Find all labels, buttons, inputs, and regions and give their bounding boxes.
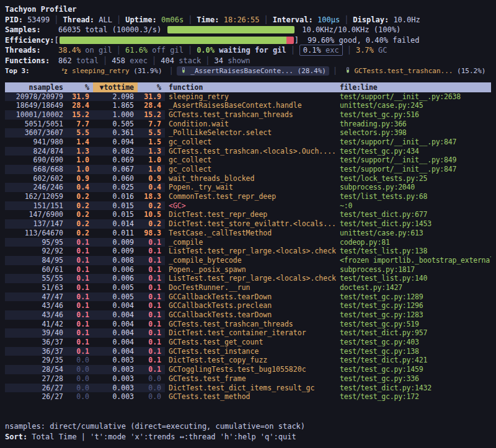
cell-cumulative-pct: 18.3 xyxy=(138,192,165,201)
table-row[interactable]: 113/646700.20.01198.3TestCase._callTestM… xyxy=(5,229,491,238)
table-row[interactable]: 92/920.10.0090.1ListTest.test_repr_large… xyxy=(5,247,491,256)
samples-rate: (10000.3/s) xyxy=(112,25,161,34)
cell-tottime: 0.025 xyxy=(93,183,138,192)
table-row[interactable]: 147/69000.20.01510.5DictTest.test_repr_d… xyxy=(5,210,491,219)
column-header-direct-pct[interactable]: % xyxy=(67,82,93,92)
threads-separator: │ xyxy=(343,46,356,55)
cell-cumulative-pct: 1.3 xyxy=(138,147,165,156)
table-row[interactable]: 28/540.00.0030.1GCTogglingTests.test_bug… xyxy=(5,365,491,374)
cell-nsamples: 43/46 xyxy=(5,310,67,320)
cell-function: DictTest.test_container_iterator xyxy=(165,328,337,338)
table-row[interactable]: 29/350.00.0030.1DictTest.test_copy_fuzzt… xyxy=(5,356,491,365)
cell-tottime: 0.014 xyxy=(93,219,138,229)
top3-item[interactable]: zZsleeping_retry (31.9%) xyxy=(58,66,166,76)
cell-nsamples: 29/35 xyxy=(5,356,67,365)
cell-cumulative-pct: 0.4 xyxy=(138,183,165,192)
cell-direct-pct: 0.1 xyxy=(67,347,93,356)
cell-function: _AssertRaisesBaseContext.handle xyxy=(165,101,337,110)
table-row[interactable]: 668/6681.00.0671.0gc_collecttest/support… xyxy=(5,165,491,174)
cell-nsamples: 92/92 xyxy=(5,247,67,256)
table-row[interactable]: 18649/1864928.41.86528.4_AssertRaisesBas… xyxy=(5,101,491,110)
cell-fileline: ~:0 xyxy=(337,201,491,211)
thread-stat-unit: on gil xyxy=(85,46,112,55)
cell-tottime: 2.098 xyxy=(93,92,138,102)
top3-percentage: (28.4%) xyxy=(298,67,326,75)
test-tube-icon xyxy=(180,67,187,74)
stat-separator: │ xyxy=(112,15,125,24)
cell-cumulative-pct: 0.1 xyxy=(138,310,165,320)
table-row[interactable]: 26/270.00.0030.0GCTests.test_methodtest/… xyxy=(5,392,491,402)
table-row[interactable]: 27/280.00.0030.0GCTests.test_frametest/t… xyxy=(5,374,491,384)
table-row[interactable]: 43/460.10.0040.1GCCallbackTests.tearDown… xyxy=(5,310,491,320)
cell-nsamples: 151/151 xyxy=(5,201,67,211)
thread-stat: 61.6% off gil xyxy=(125,46,184,55)
table-row[interactable]: 246/2460.40.0250.4Popen._try_waitsubproc… xyxy=(5,183,491,192)
cell-direct-pct: 0.0 xyxy=(67,374,93,384)
functions-separator: │ xyxy=(148,56,161,65)
cell-function: ListTest.test_repr_large.<locals>.check xyxy=(165,247,337,256)
sort-gap xyxy=(27,432,32,442)
column-header-tottime[interactable]: ▼tottime xyxy=(93,82,138,92)
cell-fileline: doctest.py:1427 xyxy=(337,283,491,292)
table-row[interactable]: 10001/1000215.21.00015.2GCTests.test_tra… xyxy=(5,110,491,120)
column-header-cumulative-pct[interactable]: % xyxy=(138,82,165,92)
cell-tottime: 0.082 xyxy=(93,147,138,156)
threads-separator: │ xyxy=(286,46,299,55)
table-row[interactable]: 151/1510.20.0150.2<GC>~:0 xyxy=(5,201,491,211)
cell-direct-pct: 0.1 xyxy=(67,310,93,320)
column-header-nsamples[interactable]: nsamples xyxy=(5,82,67,92)
table-row[interactable]: 824/8741.30.0821.3GCTests.test_trashcan.… xyxy=(5,147,491,156)
cell-fileline: test/test_gc.py:1283 xyxy=(337,310,491,320)
column-header-fileline[interactable]: file:line xyxy=(337,82,491,92)
cell-fileline: test/support/__init__.py:849 xyxy=(337,156,491,165)
cell-function: DictTest.test_dict_items_result_gc xyxy=(165,384,337,393)
app-title: Tachyon Profiler xyxy=(5,5,77,14)
table-row[interactable]: 55/550.10.0060.1ListTest.test_repr_large… xyxy=(5,274,491,283)
cell-tottime: 0.094 xyxy=(93,138,138,147)
cell-fileline: test/test_gc.py:1289 xyxy=(337,292,491,302)
cell-fileline: test/test_gc.py:336 xyxy=(337,374,491,384)
functions-stat-unit: shown xyxy=(228,56,250,65)
thread-stat: 38.4% on gil xyxy=(58,46,112,55)
cell-function: _compile xyxy=(165,238,337,247)
table-row[interactable]: 3607/36075.50.3615.5_PollLikeSelector.se… xyxy=(5,128,491,138)
top3-function-name: _AssertRaisesBaseConte... xyxy=(190,67,297,75)
cell-fileline: threading.py:366 xyxy=(337,120,491,129)
table-row[interactable]: 36/370.10.0040.1GCTests.test_instancetes… xyxy=(5,347,491,356)
cell-tottime: 0.067 xyxy=(93,165,138,174)
table-row[interactable]: 137/1470.20.0140.2DictTest.test_store_ev… xyxy=(5,219,491,229)
top3-function-name: GCTests.test_trashcan... xyxy=(355,67,458,75)
cell-direct-pct: 0.2 xyxy=(67,210,93,219)
top3-item[interactable]: GCTests.test_trashcan... (15.2%) xyxy=(341,66,489,76)
cell-function: Popen._try_wait xyxy=(165,183,337,192)
cell-function: sleeping_retry xyxy=(165,92,337,102)
table-row[interactable]: 60/610.10.0060.1Popen._posix_spawnsubpro… xyxy=(5,265,491,275)
cell-tottime: 0.004 xyxy=(93,338,138,347)
stats-line: PID: 53499│Thread: ALL│Uptime: 0m06s│Tim… xyxy=(5,15,491,25)
table-row[interactable]: 36/370.10.0040.1GCTests.test_get_countte… xyxy=(5,338,491,347)
cell-fileline: codeop.py:81 xyxy=(337,238,491,247)
table-row[interactable]: 5051/50517.70.5057.7Condition.waitthread… xyxy=(5,120,491,129)
top3-item[interactable]: _AssertRaisesBaseConte... (28.4%) xyxy=(177,66,329,76)
table-row[interactable]: 41/420.10.0040.1GCTests.test_trashcan_th… xyxy=(5,320,491,329)
table-row[interactable]: 39/400.10.0040.1DictTest.test_container_… xyxy=(5,328,491,338)
table-row[interactable]: 602/6020.90.0600.9wait_threads_blockedte… xyxy=(5,174,491,183)
column-header-function[interactable]: function xyxy=(165,82,337,92)
test-tube-icon xyxy=(344,67,352,74)
cell-nsamples: 137/147 xyxy=(5,219,67,229)
table-row[interactable]: 162/120590.20.01618.3CommonTest.test_rep… xyxy=(5,192,491,201)
cell-nsamples: 84/95 xyxy=(5,256,67,265)
table-row[interactable]: 26/270.00.0030.0DictTest.test_dict_items… xyxy=(5,384,491,393)
table-row[interactable]: 43/460.10.0040.1GCCallbackTests.preclean… xyxy=(5,301,491,310)
table-row[interactable]: 84/950.10.0080.1_compile_bytecode<frozen… xyxy=(5,256,491,265)
cell-cumulative-pct: 0.1 xyxy=(138,347,165,356)
cell-nsamples: 113/64670 xyxy=(5,229,67,238)
table-row[interactable]: 51/630.10.0050.1DocTestRunner.__rundocte… xyxy=(5,283,491,292)
table-row[interactable]: 95/950.10.0090.1_compilecodeop.py:81 xyxy=(5,238,491,247)
table-row[interactable]: 20978/2097931.92.09831.9sleeping_retryte… xyxy=(5,92,491,102)
top3-function-name: sleeping_retry xyxy=(72,67,133,75)
table-row[interactable]: 941/9801.40.0941.5gc_collecttest/support… xyxy=(5,138,491,147)
table-row[interactable]: 690/6901.00.0691.0gc_collecttest/support… xyxy=(5,156,491,165)
cell-fileline: unittest/case.py:613 xyxy=(337,229,491,238)
table-row[interactable]: 47/470.10.0050.1GCCallbackTests.tearDown… xyxy=(5,292,491,302)
